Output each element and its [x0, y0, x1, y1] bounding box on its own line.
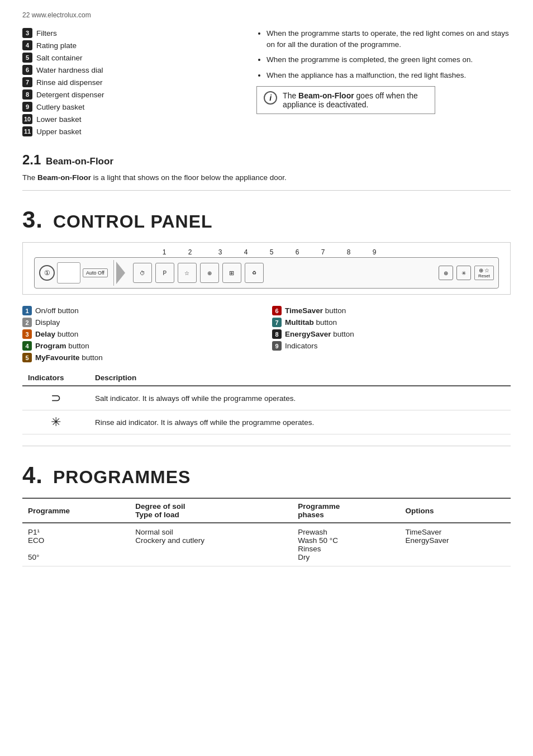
part-label: Upper basket	[36, 127, 81, 136]
part-num: 4	[22, 40, 32, 50]
panel: ① Auto Off ⏱ P ☆	[34, 257, 499, 289]
divider-2	[22, 446, 511, 446]
programme-cell: PrewashWash 50 °CRinsesDry	[292, 523, 399, 566]
part-list-item: 8Detergent dispenser	[22, 89, 234, 100]
indicator-row: ✳Rinse aid indicator. It is always off w…	[22, 410, 511, 434]
diagram-num-2: 2	[173, 248, 207, 256]
indicator-description: Rinse aid indicator. It is always off wh…	[89, 410, 511, 434]
beam-section-body: The Beam-on-Floor is a light that shows …	[22, 172, 511, 183]
diagram-num-5: 5	[259, 248, 284, 256]
part-num: 11	[22, 126, 32, 136]
part-label: Cutlery basket	[36, 103, 84, 111]
legend-label: Program button	[35, 342, 89, 350]
part-num: 5	[22, 53, 32, 63]
programme-cell: Normal soilCrockery and cutlery	[130, 523, 292, 566]
part-label: Salt container	[36, 54, 83, 62]
panel-right: ⏱ P ☆ ⊕	[127, 260, 494, 286]
info-box: i The Beam-on-Floor goes off when the ap…	[256, 86, 435, 114]
indicators-group-9: ⊕ ✳	[439, 266, 471, 280]
indicator-description: Salt indicator. It is always off while t…	[89, 386, 511, 410]
legend-item-left: 3Delay button	[22, 329, 261, 339]
info-box-text: The Beam-on-Floor goes off when the appl…	[283, 91, 428, 109]
legend-item-right: 8EnergySaver button	[272, 329, 511, 339]
part-list-item: 7Rinse aid dispenser	[22, 77, 234, 87]
diagram-num-1: 1	[156, 248, 173, 256]
legend-label: Delay button	[35, 330, 78, 338]
prog-col-header: Programmephases	[292, 498, 399, 523]
legend-label: Multitab button	[285, 318, 337, 327]
diagram-num-3: 3	[207, 248, 233, 256]
legend-num: 1	[22, 306, 32, 315]
part-num: 6	[22, 65, 32, 75]
multitab-btn: ⊞	[222, 263, 241, 283]
part-num: 7	[22, 77, 32, 87]
myfavourite-btn: ☆	[178, 263, 197, 283]
energysaver-btn: ♻	[245, 263, 264, 283]
divider-1	[22, 190, 511, 191]
indicator-symbol: ✳	[22, 410, 89, 434]
diagram-num-4: 4	[233, 248, 259, 256]
programmes-table: ProgrammeDegree of soilType of loadProgr…	[22, 498, 511, 566]
legend-label: Display	[35, 318, 60, 327]
btn-group-4: P	[155, 263, 174, 283]
legend-label: MyFavourite button	[35, 353, 103, 362]
btn-group-8: ♻	[245, 263, 264, 283]
control-panel-title: 3. CONTROL PANEL	[22, 206, 511, 233]
legend-item-left: 4Program button	[22, 341, 261, 351]
programme-row: P1¹ECO50°Normal soilCrockery and cutlery…	[22, 523, 511, 566]
indicator-row: ⊃Salt indicator. It is always off while …	[22, 386, 511, 410]
indicators-col-header: Indicators	[22, 370, 89, 386]
legend-num: 2	[22, 318, 32, 327]
panel-left: ① Auto Off	[39, 260, 114, 286]
indicators-table: Indicators Description ⊃Salt indicator. …	[22, 370, 511, 434]
legend-num: 8	[272, 329, 282, 339]
legend-label: On/off button	[35, 306, 79, 315]
diagram-num-9: 9	[361, 248, 387, 256]
legend-num: 5	[22, 353, 32, 362]
on-off-circle: ①	[39, 265, 55, 281]
legend-item-right	[272, 353, 511, 362]
part-list-item: 9Cutlery basket	[22, 102, 234, 112]
part-list: 3Filters4Rating plate5Salt container6Wat…	[22, 28, 234, 139]
page-header: 22 www.electrolux.com	[22, 11, 511, 19]
display-area	[57, 262, 80, 284]
legend-item-right: 6TimeSaver button	[272, 306, 511, 315]
indicator-symbol: ⊃	[22, 386, 89, 410]
legend-item-left: 5MyFavourite button	[22, 353, 261, 362]
reset-btn: ⊕ ☆ Reset	[474, 266, 494, 280]
prog-col-header: Options	[400, 498, 511, 523]
part-label: Lower basket	[36, 115, 81, 124]
legend-grid: 1On/off button6TimeSaver button2Display7…	[22, 306, 511, 362]
part-label: Filters	[36, 29, 57, 37]
auto-off-btn: Auto Off	[83, 268, 108, 277]
part-label: Rinse aid dispenser	[36, 78, 103, 87]
panel-arrow	[116, 262, 125, 284]
btn-group-6: ⊕	[200, 263, 219, 283]
indicator-p: ⊕	[439, 266, 453, 280]
legend-item-left: 1On/off button	[22, 306, 261, 315]
legend-item-right: 7Multitab button	[272, 318, 511, 327]
info-icon: i	[264, 91, 277, 105]
prog-col-header: Degree of soilType of load	[130, 498, 292, 523]
legend-num: 4	[22, 341, 32, 351]
top-section: 3Filters4Rating plate5Salt container6Wat…	[22, 28, 511, 139]
btn-group-3: ⏱	[133, 263, 152, 283]
beam-section-title: 2.1 Beam-on-Floor	[22, 152, 511, 168]
part-list-item: 10Lower basket	[22, 114, 234, 124]
legend-num: 6	[272, 306, 282, 315]
description-col-header: Description	[89, 370, 511, 386]
bullet-item: When the appliance has a malfunction, th…	[266, 70, 511, 81]
part-label: Rating plate	[36, 41, 77, 50]
diagram-num-6: 6	[284, 248, 310, 256]
legend-label: Indicators	[285, 342, 318, 350]
diagram-num-7: 7	[310, 248, 336, 256]
part-label: Water hardness dial	[36, 66, 103, 74]
legend-item-left: 2Display	[22, 318, 261, 327]
program-btn: P	[155, 263, 174, 283]
diagram-num-8: 8	[336, 248, 361, 256]
timesaver-btn: ⊕	[200, 263, 219, 283]
part-list-item: 3Filters	[22, 28, 234, 38]
btn-group-5: ☆	[178, 263, 197, 283]
diagram-numbers: 123456789	[34, 248, 499, 256]
part-list-item: 4Rating plate	[22, 40, 234, 50]
